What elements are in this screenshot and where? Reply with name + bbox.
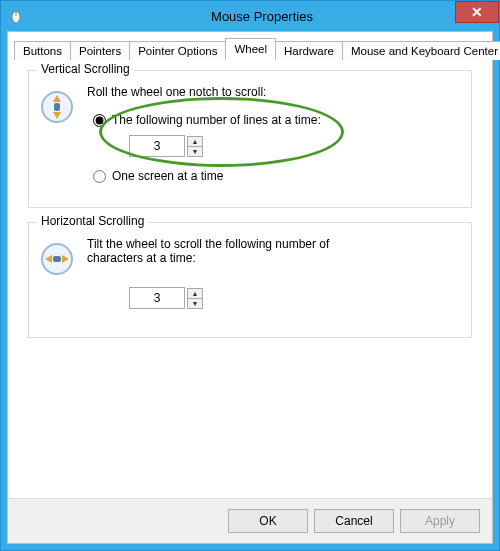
horizontal-caption: Horizontal Scrolling bbox=[37, 214, 148, 228]
window-title: Mouse Properties bbox=[25, 9, 499, 24]
close-button[interactable]: ✕ bbox=[455, 1, 499, 23]
chevron-up-icon: ▲ bbox=[192, 138, 199, 145]
close-icon: ✕ bbox=[471, 4, 483, 20]
svg-rect-5 bbox=[54, 103, 60, 111]
tab-hardware[interactable]: Hardware bbox=[275, 41, 343, 60]
wheel-icon bbox=[39, 89, 75, 125]
apply-button[interactable]: Apply bbox=[400, 509, 480, 533]
lines-spinner: ▲ ▼ bbox=[129, 135, 461, 157]
tab-mouse-keyboard-center[interactable]: Mouse and Keyboard Center bbox=[342, 41, 500, 60]
tabstrip: Buttons Pointers Pointer Options Wheel H… bbox=[14, 40, 486, 60]
tab-pointers[interactable]: Pointers bbox=[70, 41, 130, 60]
chars-value-input[interactable] bbox=[129, 287, 185, 309]
tab-pointer-options[interactable]: Pointer Options bbox=[129, 41, 226, 60]
tab-wheel[interactable]: Wheel bbox=[225, 38, 276, 60]
chevron-up-icon: ▲ bbox=[192, 290, 199, 297]
chars-spinner: ▲ ▼ bbox=[129, 287, 461, 309]
ok-button[interactable]: OK bbox=[228, 509, 308, 533]
horizontal-desc: Tilt the wheel to scroll the following n… bbox=[87, 237, 357, 265]
vertical-desc: Roll the wheel one notch to scroll: bbox=[87, 85, 461, 99]
tabpage-wheel: Vertical Scrolling Roll the wheel one no… bbox=[14, 60, 486, 492]
chevron-down-icon: ▼ bbox=[192, 300, 199, 307]
radio-screen-input[interactable] bbox=[93, 170, 106, 183]
tab-divider bbox=[14, 31, 486, 32]
dialog-buttons: OK Cancel Apply bbox=[8, 498, 492, 543]
radio-screen[interactable]: One screen at a time bbox=[93, 169, 461, 183]
group-horizontal-scrolling: Horizontal Scrolling Tilt the wheel to s… bbox=[28, 222, 472, 338]
svg-rect-9 bbox=[53, 256, 61, 262]
lines-value-input[interactable] bbox=[129, 135, 185, 157]
mouse-icon bbox=[7, 7, 25, 25]
lines-spin-down[interactable]: ▼ bbox=[187, 146, 203, 157]
radio-lines-label: The following number of lines at a time: bbox=[112, 113, 321, 127]
vertical-caption: Vertical Scrolling bbox=[37, 62, 134, 76]
radio-lines-input[interactable] bbox=[93, 114, 106, 127]
cancel-button[interactable]: Cancel bbox=[314, 509, 394, 533]
tilt-wheel-icon bbox=[39, 241, 75, 277]
tab-buttons[interactable]: Buttons bbox=[14, 41, 71, 60]
chevron-down-icon: ▼ bbox=[192, 148, 199, 155]
titlebar: Mouse Properties ✕ bbox=[1, 1, 499, 31]
client-area: Buttons Pointers Pointer Options Wheel H… bbox=[7, 31, 493, 544]
radio-lines[interactable]: The following number of lines at a time: bbox=[93, 113, 461, 127]
chars-spin-down[interactable]: ▼ bbox=[187, 298, 203, 309]
window: Mouse Properties ✕ Buttons Pointers Poin… bbox=[0, 0, 500, 551]
radio-screen-label: One screen at a time bbox=[112, 169, 223, 183]
group-vertical-scrolling: Vertical Scrolling Roll the wheel one no… bbox=[28, 70, 472, 208]
